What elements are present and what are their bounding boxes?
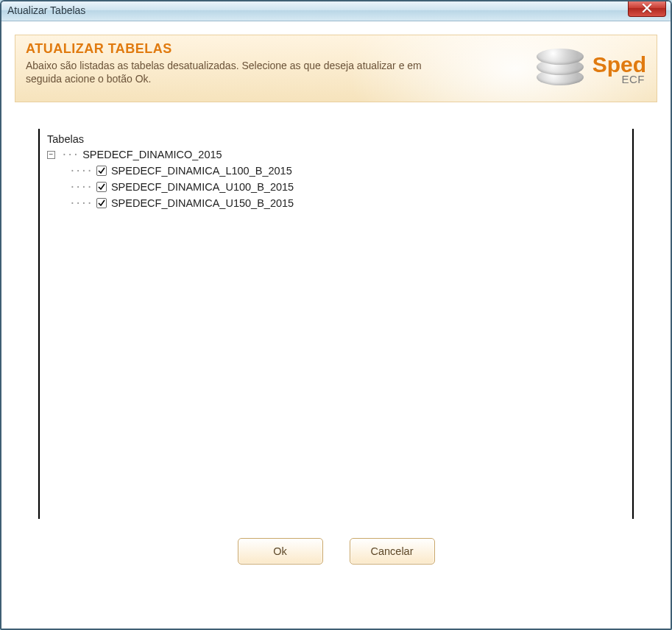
tables-tree-panel: Tabelas − ··· SPEDECF_DINAMICO_2015 ···· [38,129,634,519]
ok-button[interactable]: Ok [238,538,323,564]
cancel-button[interactable]: Cancelar [350,538,435,564]
dialog-window: Atualizar Tabelas ATUALIZAR TABELAS Abai… [0,0,672,630]
tree-root-label: Tabelas [47,133,625,145]
expander-icon[interactable]: − [47,151,55,159]
checkbox-icon[interactable] [96,182,107,192]
checkbox-icon[interactable] [96,198,107,208]
checkbox-icon[interactable] [96,166,107,176]
tree-group-label: SPEDECF_DINAMICO_2015 [82,149,222,160]
sped-logo: Sped ECF [537,49,646,88]
tree-item[interactable]: ···· SPEDECF_DINAMICA_U100_B_2015 [69,179,625,195]
tree-item-label: SPEDECF_DINAMICA_U100_B_2015 [111,181,294,193]
window-title: Atualizar Tabelas [7,4,85,16]
header-description: Abaixo são listadas as tabelas desatuali… [26,60,445,85]
close-icon [642,4,652,15]
tree-item-label: SPEDECF_DINAMICA_L100_B_2015 [111,165,292,177]
titlebar[interactable]: Atualizar Tabelas [1,1,671,21]
disc-stack-icon [537,49,584,88]
close-button[interactable] [628,1,666,17]
tree-item[interactable]: ···· SPEDECF_DINAMICA_L100_B_2015 [69,163,625,179]
tree-item[interactable]: ···· SPEDECF_DINAMICA_U150_B_2015 [69,195,625,211]
logo-sub: ECF [622,73,646,85]
button-row: Ok Cancelar [38,538,634,564]
tree-group[interactable]: − ··· SPEDECF_DINAMICO_2015 [47,146,625,163]
tree-item-label: SPEDECF_DINAMICA_U150_B_2015 [111,197,294,209]
body-area: Tabelas − ··· SPEDECF_DINAMICO_2015 ···· [1,102,671,581]
header-banner: ATUALIZAR TABELAS Abaixo são listadas as… [15,35,657,102]
